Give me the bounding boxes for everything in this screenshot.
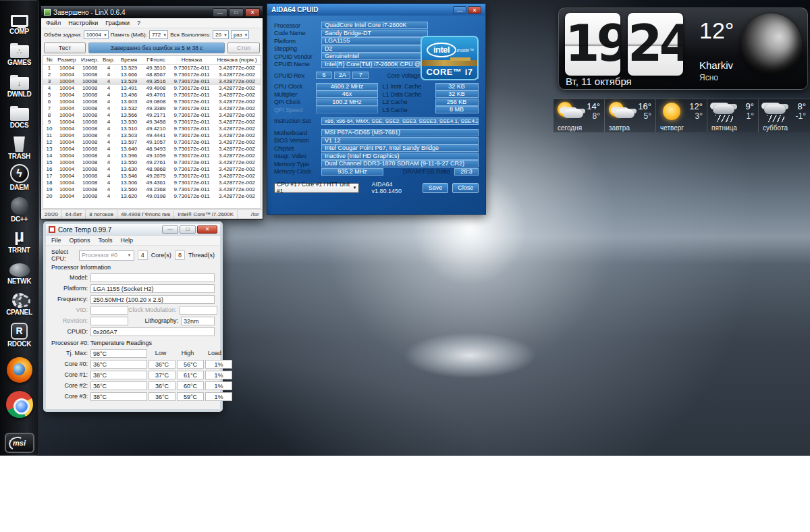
menu-item[interactable]: File	[51, 237, 61, 244]
linx-app-icon	[44, 9, 51, 16]
table-row[interactable]: 1910004100084 13.56049.23689.730172e-011…	[43, 186, 261, 193]
table-row[interactable]: 2010004100084 13.62049.01989.730172e-011…	[43, 193, 261, 200]
high-temp: 12°	[689, 101, 703, 111]
dock-item[interactable]: ϟ DAEM	[0, 161, 38, 192]
column-header-low: Low	[147, 350, 174, 356]
table-row[interactable]: 1410004100084 13.59649.10599.730172e-011…	[43, 153, 261, 159]
task-size-combobox[interactable]: 10004▼	[84, 30, 109, 39]
table-row[interactable]: 210004100084 13.66648.85679.730172e-0113…	[43, 72, 261, 78]
linx-titlebar[interactable]: Завершено - LinX 0.6.4 — □ ✕	[41, 6, 263, 18]
run-count-combobox[interactable]: 20▼	[213, 30, 229, 39]
maximize-button[interactable]: □	[229, 8, 244, 17]
table-row[interactable]: 1710004100084 13.54649.28759.730172e-011…	[43, 173, 261, 180]
core-current-temp: 38°C	[90, 371, 147, 379]
minimize-button[interactable]: —	[453, 6, 466, 14]
run-unit-combobox[interactable]: раз▼	[231, 30, 249, 39]
close-button[interactable]: ✕	[245, 8, 260, 17]
menu-item[interactable]: Help	[121, 237, 134, 244]
status-cpu-name: Intel® Core™ i7-2600K	[174, 210, 238, 219]
test-button[interactable]: Тест	[44, 43, 86, 53]
table-row[interactable]: 1510004100084 13.55049.27619.730172e-011…	[43, 159, 261, 166]
dock-item[interactable]: DC++	[0, 192, 38, 223]
processor-info-section-label: Processor Information	[51, 264, 215, 271]
linx-toolbar: Объём задачи: 10004▼ Память (МиБ): 772▼ …	[41, 28, 263, 41]
column-header[interactable]: Выр.	[101, 56, 116, 64]
column-header[interactable]: ГФлопс	[142, 56, 170, 64]
cpu-select-dropdown[interactable]: CPU #1 / Core #1 / HTT Unit #1▼	[274, 183, 359, 193]
menu-item[interactable]: Файл	[46, 20, 61, 26]
table-row[interactable]: 1010004100084 13.51049.42109.730172e-011…	[43, 126, 261, 132]
table-row[interactable]: 1610004100084 13.63048.98689.730172e-011…	[43, 166, 261, 173]
table-row[interactable]: 510004100084 13.49649.47019.730172e-0113…	[43, 92, 261, 99]
menu-item[interactable]: Options	[70, 237, 90, 244]
log-button[interactable]: Лог	[247, 210, 263, 219]
table-row[interactable]: 710004100084 13.53249.33899.730172e-0113…	[43, 105, 261, 112]
weather-forecast-strip: 14° 8° сегодня 16° 5° завтра 12° 3° четв…	[554, 99, 810, 132]
menu-item[interactable]: Tools	[99, 237, 113, 244]
rocketdock-icon: R	[11, 323, 28, 340]
vid-field	[90, 306, 128, 315]
coretemp-titlebar[interactable]: Core Temp 0.99.7 — □ ✕	[46, 224, 220, 236]
dock-item-label: GAMES	[7, 59, 31, 67]
linx-test-row: Тест Завершено без ошибок за 5 м 38 с Ст…	[41, 41, 263, 55]
table-row[interactable]: 1810004100084 13.50649.43619.730172e-011…	[43, 180, 261, 186]
aida-field-row: Integr. Video Inactive (Intel HD Graphic…	[274, 153, 479, 161]
table-row[interactable]: 110004100084 13.52949.35109.730172e-0113…	[43, 64, 261, 72]
dock-item[interactable]: TRASH	[0, 130, 38, 161]
field-value: 256 KB	[435, 99, 479, 106]
table-row[interactable]: 410004100084 13.49149.49089.730172e-0113…	[43, 85, 261, 92]
table-row[interactable]: 1110004100084 13.50349.44419.730172e-011…	[43, 132, 261, 139]
field-value: D2	[321, 45, 428, 53]
core-temperature-rows: Core #0: 36°C 36°C 56°C 1% Core #1: 38°C…	[51, 358, 215, 402]
table-row[interactable]: 1310004100084 13.64048.94939.730172e-011…	[43, 146, 261, 153]
aida64-cpuid-window: AIDA64 CPUID — ✕ Processor QuadCore Inte…	[267, 3, 486, 215]
aida-field-row: L1 Data Cache 32 KB	[383, 90, 479, 99]
column-header-load: Load	[201, 350, 228, 356]
close-button[interactable]: ✕	[197, 225, 217, 234]
column-header[interactable]: Невязка (норм.)	[213, 56, 261, 64]
menu-item[interactable]: Настройки	[68, 20, 98, 26]
instruction-set-row: Instruction Set x86, x86-64, MMX, SSE, S…	[274, 117, 479, 126]
column-header-high: High	[174, 350, 201, 356]
dock-item[interactable]: NETWK	[0, 255, 38, 286]
menu-item[interactable]: Графики	[105, 20, 130, 26]
dock-item[interactable]: CPANEL	[0, 286, 38, 317]
column-header[interactable]: Невязка	[170, 56, 213, 64]
firefox-icon	[7, 357, 32, 383]
table-row[interactable]: 610004100084 13.60349.08089.730172e-0113…	[43, 99, 261, 105]
msi-icon: msi	[5, 433, 34, 453]
column-header[interactable]: Время	[116, 56, 142, 64]
dock-item[interactable]	[0, 383, 38, 419]
memory-combobox[interactable]: 772▼	[149, 30, 168, 39]
table-row[interactable]: 1210004100084 13.59749.10579.730172e-011…	[43, 139, 261, 146]
table-row[interactable]: 310004100084 13.52949.35169.730172e-0113…	[43, 78, 261, 85]
close-button[interactable]: ✕	[468, 6, 481, 14]
minimize-button[interactable]: —	[213, 8, 227, 17]
select-cpu-label: Select CPU:	[51, 248, 76, 262]
tjmax-field: 98°C	[90, 349, 147, 358]
minimize-button[interactable]: —	[162, 225, 178, 234]
stop-button[interactable]: Стоп	[227, 43, 260, 53]
dock-item[interactable]: R RDOCK	[0, 317, 38, 348]
save-button[interactable]: Save	[423, 183, 449, 193]
aida-titlebar[interactable]: AIDA64 CPUID — ✕	[267, 4, 485, 16]
table-row[interactable]: 910004100084 13.53049.34589.730172e-0113…	[43, 119, 261, 126]
cpu-select-dropdown[interactable]: Processor #0▼	[79, 250, 134, 261]
dock-item[interactable]: µ TRRNT	[0, 223, 38, 255]
dock-item[interactable]: ↓ DWNLD	[0, 67, 38, 98]
maximize-button[interactable]: □	[180, 225, 196, 234]
dock-item[interactable]: ∴ GAMES	[0, 36, 38, 67]
column-header[interactable]: Измер.	[78, 56, 101, 64]
dock-item[interactable]: COMP	[0, 5, 38, 36]
core-low-temp: 37°C	[148, 371, 176, 379]
core-load: 1%	[205, 360, 232, 369]
column-header[interactable]: Размер	[55, 56, 78, 64]
close-button[interactable]: Close	[452, 183, 479, 193]
all-memory-checkbox[interactable]: Вся	[170, 32, 180, 38]
dock-item[interactable]	[0, 348, 38, 383]
column-header[interactable]: №	[43, 56, 55, 64]
menu-item[interactable]: ?	[137, 20, 140, 26]
dock-item[interactable]: msi	[0, 419, 38, 454]
dock-item[interactable]: DOCS	[0, 99, 38, 130]
table-row[interactable]: 810004100084 13.56649.21719.730172e-0113…	[43, 112, 261, 119]
